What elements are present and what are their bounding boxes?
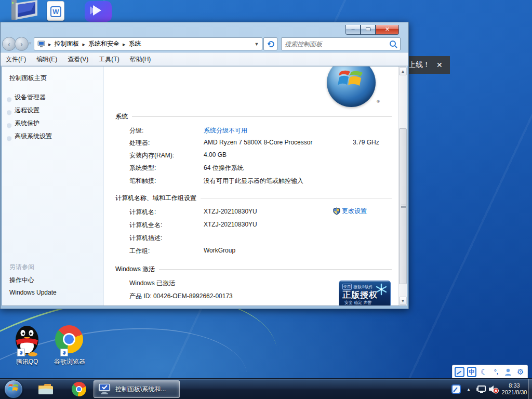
ime-logo-icon[interactable]	[455, 367, 464, 377]
windows-logo: ®	[327, 66, 376, 107]
tray-volume-muted-icon[interactable]	[487, 379, 500, 399]
sidebar: 控制面板主页 设备管理器 远程设置 系统保护 高级系统设置 另请参阅 操作中心 …	[2, 66, 104, 305]
computer-small-icon	[37, 41, 46, 48]
computer-description-label: 计算机描述:	[129, 234, 162, 243]
start-windows-flag-icon	[8, 384, 19, 394]
genuine-software-badge: 使用 微软®软件 正版授权 安全 稳定 声誉	[339, 281, 391, 305]
pen-touch-label: 笔和触摸:	[129, 177, 156, 185]
taskbar-explorer-button[interactable]	[35, 381, 56, 397]
desktop-shortcut-qq[interactable]: 腾讯QQ	[5, 324, 49, 366]
refresh-icon	[267, 40, 275, 48]
window-body: 控制面板主页 设备管理器 远程设置 系统保护 高级系统设置 另请参阅 操作中心 …	[2, 66, 406, 306]
recent-pages-chevron-icon[interactable]: ▼	[28, 41, 32, 46]
sidebar-see-also-header: 另请参阅	[9, 263, 34, 272]
breadcrumb-control-panel[interactable]: 控制面板	[52, 39, 82, 48]
pen-touch-value: 没有可用于此显示器的笔或触控输入	[204, 177, 303, 185]
computer-fullname-label: 计算机全名:	[129, 221, 162, 230]
sidebar-item-windows-update[interactable]: Windows Update	[9, 289, 57, 296]
desktop-icon-computer[interactable]	[10, 0, 39, 21]
breadcrumb-system-security[interactable]: 系统和安全	[86, 39, 122, 48]
cpu-value: AMD Ryzen 7 5800X 8-Core Processor	[204, 139, 312, 146]
scroll-down-icon[interactable]: ▼	[399, 297, 407, 305]
breadcrumb-separator-icon	[47, 41, 52, 48]
sidebar-item-control-panel-home[interactable]: 控制面板主页	[9, 74, 47, 83]
ime-user-icon[interactable]	[503, 367, 513, 377]
search-input[interactable]	[282, 41, 389, 48]
tray-ime-icon[interactable]	[450, 379, 462, 399]
address-bar[interactable]: 控制面板 系统和安全 系统 ▼	[34, 37, 262, 50]
tray-expand-icon[interactable]: ▴	[462, 379, 475, 399]
menu-bar: 文件(F) 编辑(E) 查看(V) 工具(T) 帮助(H)	[1, 52, 408, 66]
ime-chinese-mode-button[interactable]: 中	[467, 367, 477, 377]
ime-toolbar[interactable]: 中 ☾ °, ⚙	[452, 365, 528, 379]
desktop-icon-video-app[interactable]	[85, 1, 112, 22]
vertical-scrollbar[interactable]: ▲ ▼	[398, 66, 407, 305]
address-dropdown-icon[interactable]: ▼	[252, 42, 261, 47]
window-controls: – ✕	[345, 25, 399, 35]
sidebar-item-action-center[interactable]: 操作中心	[9, 276, 34, 285]
tray-clock[interactable]: 8:33 2021/8/30	[500, 382, 532, 396]
sidebar-item-system-protection[interactable]: 系统保护	[15, 119, 39, 128]
computer-name-label: 计算机名:	[129, 208, 156, 217]
menu-view[interactable]: 查看(V)	[68, 55, 88, 64]
workgroup-value: WorkGroup	[204, 247, 235, 254]
desktop: W 新上线！ ✕ – ✕ ‹ › ▼ 控制面板	[0, 0, 532, 399]
chrome-icon	[55, 325, 83, 353]
section-system: 系统	[115, 112, 392, 121]
close-button[interactable]: ✕	[376, 25, 399, 35]
taskbar: 控制面板\系统和... ▴ 8:33 2021/8/30	[0, 378, 532, 399]
menu-tools[interactable]: 工具(T)	[99, 55, 119, 64]
restore-icon	[366, 28, 370, 31]
registered-mark: ®	[377, 99, 380, 104]
ram-value: 4.00 GB	[204, 151, 227, 158]
navigation-bar: ‹ › ▼ 控制面板 系统和安全 系统 ▼	[1, 36, 408, 52]
rating-label: 分级:	[129, 126, 143, 135]
qq-icon	[12, 324, 42, 356]
sidebar-item-device-manager[interactable]: 设备管理器	[15, 93, 46, 102]
tray-network-icon[interactable]	[475, 379, 487, 399]
windows-flag-icon	[338, 70, 365, 96]
video-app-icon	[85, 1, 112, 22]
cpu-speed: 3.79 GHz	[353, 139, 379, 146]
desktop-shortcut-chrome[interactable]: 谷歌浏览器	[48, 325, 91, 366]
taskbar-chrome-button[interactable]	[69, 381, 89, 397]
ime-fullwidth-moon-icon[interactable]: ☾	[479, 367, 488, 377]
change-settings-link[interactable]: 更改设置	[333, 207, 367, 216]
shortcut-label: 腾讯QQ	[5, 357, 49, 366]
show-desktop-button[interactable]	[528, 379, 532, 399]
sidebar-item-advanced-system-settings[interactable]: 高级系统设置	[15, 132, 52, 141]
ime-settings-gear-icon[interactable]: ⚙	[516, 367, 525, 377]
maximize-button[interactable]	[361, 25, 376, 35]
taskbar-active-task-control-panel[interactable]: 控制面板\系统和...	[94, 380, 180, 398]
rating-link[interactable]: 系统分级不可用	[204, 126, 247, 135]
search-box[interactable]	[281, 37, 401, 50]
system-tray: ▴ 8:33 2021/8/30	[450, 379, 532, 399]
back-button[interactable]: ‹	[2, 37, 16, 51]
sidebar-item-remote-settings[interactable]: 远程设置	[15, 106, 39, 115]
clock-time: 8:33	[500, 382, 529, 389]
system-window-icon	[98, 383, 112, 395]
start-button[interactable]	[4, 380, 23, 398]
clock-date: 2021/8/30	[500, 389, 529, 396]
toast-close-icon[interactable]: ✕	[436, 61, 443, 69]
search-icon[interactable]	[389, 39, 398, 49]
activation-status: Windows 已激活	[129, 279, 175, 288]
refresh-button[interactable]	[263, 37, 277, 50]
breadcrumb-system[interactable]: 系统	[127, 39, 143, 48]
scroll-up-icon[interactable]: ▲	[399, 67, 407, 75]
menu-edit[interactable]: 编辑(E)	[36, 55, 57, 64]
desktop-icon-document[interactable]: W	[47, 1, 64, 21]
uac-shield-icon	[6, 97, 12, 103]
ime-punctuation-icon[interactable]: °,	[491, 367, 501, 377]
menu-help[interactable]: 帮助(H)	[130, 55, 151, 64]
task-button-label: 控制面板\系统和...	[115, 385, 166, 394]
shortcut-arrow-icon	[17, 349, 25, 356]
minimize-button[interactable]: –	[345, 25, 361, 35]
ram-label: 安装内存(RAM):	[129, 151, 174, 160]
scrollbar-thumb[interactable]	[399, 128, 407, 284]
forward-button[interactable]: ›	[15, 37, 29, 51]
menu-file[interactable]: 文件(F)	[6, 55, 26, 64]
explorer-folder-icon	[37, 382, 54, 396]
workgroup-label: 工作组:	[129, 247, 150, 256]
shortcut-label: 谷歌浏览器	[48, 357, 91, 366]
